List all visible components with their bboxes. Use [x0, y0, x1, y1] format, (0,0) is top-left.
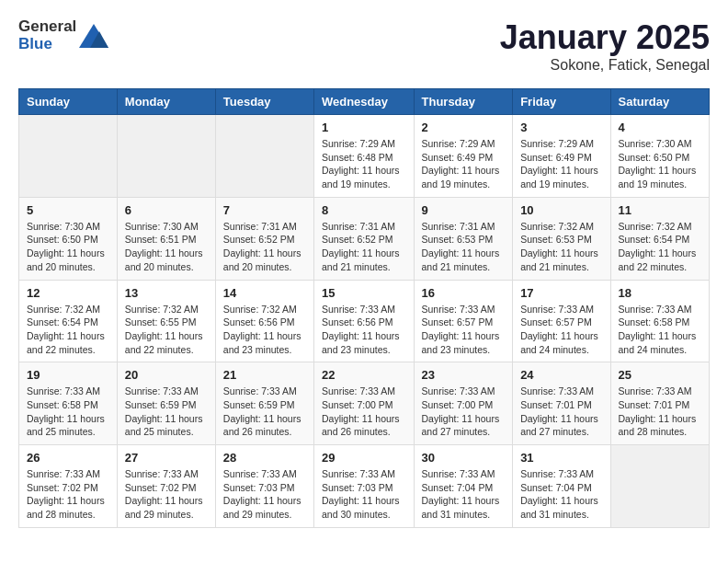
day-info: Sunrise: 7:33 AMSunset: 7:03 PMDaylight:… — [322, 467, 406, 522]
day-number: 25 — [619, 368, 701, 382]
calendar-cell: 3Sunrise: 7:29 AMSunset: 6:49 PMDaylight… — [513, 115, 610, 198]
day-number: 29 — [322, 451, 406, 465]
calendar-cell: 7Sunrise: 7:31 AMSunset: 6:52 PMDaylight… — [215, 197, 313, 280]
calendar-cell: 5Sunrise: 7:30 AMSunset: 6:50 PMDaylight… — [19, 197, 118, 280]
logo-general: General — [18, 18, 76, 36]
header-monday: Monday — [117, 89, 215, 115]
day-info: Sunrise: 7:33 AMSunset: 7:01 PMDaylight:… — [520, 385, 602, 439]
week-row-1: 1Sunrise: 7:29 AMSunset: 6:48 PMDaylight… — [19, 115, 710, 198]
calendar-cell: 19Sunrise: 7:33 AMSunset: 6:58 PMDayligh… — [19, 362, 118, 445]
calendar-cell: 30Sunrise: 7:33 AMSunset: 7:04 PMDayligh… — [414, 445, 513, 528]
day-number: 10 — [520, 203, 602, 217]
day-number: 4 — [619, 121, 701, 134]
header-saturday: Saturday — [610, 89, 709, 115]
header-friday: Friday — [513, 89, 610, 115]
page-header: General Blue January 2025 Sokone, Fatick… — [18, 18, 710, 74]
calendar-cell: 9Sunrise: 7:31 AMSunset: 6:53 PMDaylight… — [414, 197, 513, 280]
logo: General Blue — [18, 18, 108, 52]
day-number: 22 — [322, 368, 406, 382]
calendar-cell: 2Sunrise: 7:29 AMSunset: 6:49 PMDaylight… — [414, 115, 513, 198]
day-number: 24 — [520, 368, 602, 382]
day-info: Sunrise: 7:33 AMSunset: 7:03 PMDaylight:… — [223, 467, 306, 522]
day-number: 27 — [125, 451, 208, 465]
calendar-cell: 25Sunrise: 7:33 AMSunset: 7:01 PMDayligh… — [610, 362, 709, 445]
day-info: Sunrise: 7:33 AMSunset: 6:59 PMDaylight:… — [125, 385, 208, 439]
calendar-cell: 24Sunrise: 7:33 AMSunset: 7:01 PMDayligh… — [513, 362, 610, 445]
calendar-cell: 29Sunrise: 7:33 AMSunset: 7:03 PMDayligh… — [313, 445, 414, 528]
calendar-cell: 22Sunrise: 7:33 AMSunset: 7:00 PMDayligh… — [313, 362, 414, 445]
calendar-cell: 16Sunrise: 7:33 AMSunset: 6:57 PMDayligh… — [414, 280, 513, 362]
day-number: 30 — [422, 451, 506, 465]
day-info: Sunrise: 7:33 AMSunset: 6:56 PMDaylight:… — [322, 303, 406, 357]
day-number: 20 — [125, 368, 208, 382]
day-number: 1 — [322, 121, 406, 134]
day-info: Sunrise: 7:29 AMSunset: 6:49 PMDaylight:… — [520, 137, 602, 191]
day-number: 26 — [27, 451, 109, 465]
week-row-4: 19Sunrise: 7:33 AMSunset: 6:58 PMDayligh… — [19, 362, 710, 445]
day-number: 9 — [422, 203, 506, 217]
day-number: 21 — [223, 368, 306, 382]
day-number: 31 — [520, 451, 602, 465]
day-number: 17 — [520, 286, 602, 300]
day-info: Sunrise: 7:32 AMSunset: 6:55 PMDaylight:… — [125, 303, 208, 357]
day-info: Sunrise: 7:29 AMSunset: 6:49 PMDaylight:… — [422, 137, 506, 191]
calendar-cell: 14Sunrise: 7:32 AMSunset: 6:56 PMDayligh… — [215, 280, 313, 362]
calendar-cell — [610, 445, 709, 528]
day-info: Sunrise: 7:31 AMSunset: 6:52 PMDaylight:… — [223, 220, 306, 274]
day-info: Sunrise: 7:33 AMSunset: 6:58 PMDaylight:… — [27, 385, 109, 439]
calendar-cell: 18Sunrise: 7:33 AMSunset: 6:58 PMDayligh… — [610, 280, 709, 362]
calendar-cell: 20Sunrise: 7:33 AMSunset: 6:59 PMDayligh… — [117, 362, 215, 445]
day-number: 23 — [422, 368, 506, 382]
calendar-table: Sunday Monday Tuesday Wednesday Thursday… — [18, 88, 710, 528]
day-info: Sunrise: 7:32 AMSunset: 6:56 PMDaylight:… — [223, 303, 306, 357]
calendar-header-row: Sunday Monday Tuesday Wednesday Thursday… — [19, 89, 710, 115]
month-title: January 2025 — [500, 18, 710, 57]
logo-blue: Blue — [18, 36, 76, 53]
day-info: Sunrise: 7:33 AMSunset: 7:04 PMDaylight:… — [422, 467, 506, 522]
header-wednesday: Wednesday — [313, 89, 414, 115]
calendar-cell — [19, 115, 118, 198]
day-number: 8 — [322, 203, 406, 217]
day-number: 11 — [619, 203, 701, 217]
header-tuesday: Tuesday — [215, 89, 313, 115]
calendar-cell — [215, 115, 313, 198]
day-number: 7 — [223, 203, 306, 217]
day-info: Sunrise: 7:30 AMSunset: 6:50 PMDaylight:… — [619, 137, 701, 191]
day-info: Sunrise: 7:33 AMSunset: 7:00 PMDaylight:… — [322, 385, 406, 439]
calendar-cell: 28Sunrise: 7:33 AMSunset: 7:03 PMDayligh… — [215, 445, 313, 528]
calendar-cell: 1Sunrise: 7:29 AMSunset: 6:48 PMDaylight… — [313, 115, 414, 198]
calendar-cell: 8Sunrise: 7:31 AMSunset: 6:52 PMDaylight… — [313, 197, 414, 280]
day-info: Sunrise: 7:33 AMSunset: 7:02 PMDaylight:… — [27, 467, 109, 522]
day-number: 14 — [223, 286, 306, 300]
day-number: 16 — [422, 286, 506, 300]
day-info: Sunrise: 7:33 AMSunset: 6:57 PMDaylight:… — [422, 303, 506, 357]
calendar-cell: 27Sunrise: 7:33 AMSunset: 7:02 PMDayligh… — [117, 445, 215, 528]
day-info: Sunrise: 7:33 AMSunset: 7:04 PMDaylight:… — [520, 467, 602, 522]
day-info: Sunrise: 7:30 AMSunset: 6:51 PMDaylight:… — [125, 220, 208, 274]
day-info: Sunrise: 7:33 AMSunset: 7:02 PMDaylight:… — [125, 467, 208, 522]
calendar-cell: 11Sunrise: 7:32 AMSunset: 6:54 PMDayligh… — [610, 197, 709, 280]
day-info: Sunrise: 7:31 AMSunset: 6:53 PMDaylight:… — [422, 220, 506, 274]
header-sunday: Sunday — [19, 89, 118, 115]
calendar-cell: 6Sunrise: 7:30 AMSunset: 6:51 PMDaylight… — [117, 197, 215, 280]
calendar-cell: 15Sunrise: 7:33 AMSunset: 6:56 PMDayligh… — [313, 280, 414, 362]
day-number: 5 — [27, 203, 109, 217]
week-row-3: 12Sunrise: 7:32 AMSunset: 6:54 PMDayligh… — [19, 280, 710, 362]
day-info: Sunrise: 7:33 AMSunset: 7:00 PMDaylight:… — [422, 385, 506, 439]
calendar-cell: 23Sunrise: 7:33 AMSunset: 7:00 PMDayligh… — [414, 362, 513, 445]
day-info: Sunrise: 7:30 AMSunset: 6:50 PMDaylight:… — [27, 220, 109, 274]
day-number: 3 — [520, 121, 602, 134]
day-number: 28 — [223, 451, 306, 465]
day-info: Sunrise: 7:32 AMSunset: 6:54 PMDaylight:… — [27, 303, 109, 357]
day-number: 2 — [422, 121, 506, 134]
calendar-cell: 10Sunrise: 7:32 AMSunset: 6:53 PMDayligh… — [513, 197, 610, 280]
location: Sokone, Fatick, Senegal — [500, 57, 710, 74]
day-number: 18 — [619, 286, 701, 300]
week-row-2: 5Sunrise: 7:30 AMSunset: 6:50 PMDaylight… — [19, 197, 710, 280]
title-block: January 2025 Sokone, Fatick, Senegal — [500, 18, 710, 74]
calendar-cell: 4Sunrise: 7:30 AMSunset: 6:50 PMDaylight… — [610, 115, 709, 198]
day-number: 12 — [27, 286, 109, 300]
day-info: Sunrise: 7:33 AMSunset: 6:59 PMDaylight:… — [223, 385, 306, 439]
day-info: Sunrise: 7:33 AMSunset: 6:58 PMDaylight:… — [619, 303, 701, 357]
calendar-cell: 17Sunrise: 7:33 AMSunset: 6:57 PMDayligh… — [513, 280, 610, 362]
